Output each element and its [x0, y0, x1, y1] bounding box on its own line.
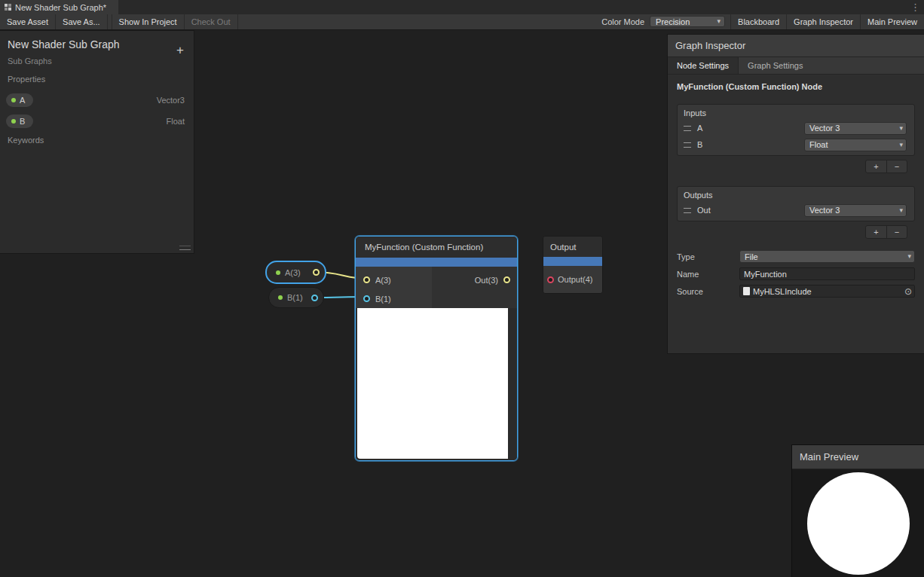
- graph-options-icon[interactable]: ⋮: [910, 1, 920, 14]
- property-color-dot: [278, 295, 283, 300]
- property-node-label: A(3): [285, 268, 301, 277]
- toolbar-spacer: [238, 14, 597, 29]
- graph-inspector-toggle-button[interactable]: Graph Inspector: [786, 14, 860, 29]
- property-node-a[interactable]: A(3): [265, 261, 326, 284]
- output-type-value: Vector 3: [809, 206, 840, 215]
- shader-graph-window: A(3) B(1) MyFunction (Custom Function) A…: [0, 0, 924, 577]
- property-color-dot: [11, 98, 16, 102]
- input-row-a[interactable]: A Vector 3 ▾: [678, 120, 914, 136]
- shader-graph-asset-icon: [5, 4, 11, 11]
- chevron-down-icon: ▾: [907, 253, 911, 260]
- property-node-label: B(1): [287, 293, 303, 302]
- name-field-row: Name MyFunction: [677, 267, 915, 280]
- output-port-icon[interactable]: [313, 269, 320, 276]
- output-node[interactable]: Output Output(4): [543, 236, 603, 294]
- outputs-list-controls: + −: [677, 225, 907, 239]
- main-preview-toggle-button[interactable]: Main Preview: [860, 14, 924, 29]
- toolbar: Save Asset Save As... Show In Project Ch…: [0, 14, 924, 30]
- object-picker-icon[interactable]: ⊙: [904, 287, 912, 296]
- check-out-button: Check Out: [185, 14, 238, 29]
- source-field-row: Source MyHLSLInclude ⊙: [677, 285, 915, 298]
- node-title[interactable]: Output: [543, 237, 602, 257]
- property-pill[interactable]: B: [6, 114, 33, 128]
- remove-output-button[interactable]: −: [886, 226, 907, 238]
- source-value: MyHLSLInclude: [753, 287, 812, 296]
- tab-graph-settings[interactable]: Graph Settings: [739, 57, 812, 74]
- source-object-field[interactable]: MyHLSLInclude ⊙: [739, 285, 915, 298]
- property-color-dot: [11, 119, 16, 124]
- blackboard-toggle-button[interactable]: Blackboard: [730, 14, 786, 29]
- blackboard-resize-handle[interactable]: [179, 246, 191, 250]
- node-accent-strip: [356, 258, 517, 267]
- source-label: Source: [677, 287, 739, 296]
- input-port-icon[interactable]: [547, 276, 554, 283]
- input-name: A: [697, 124, 804, 133]
- blackboard-title: New Shader Sub Graph: [8, 38, 120, 50]
- property-row-b[interactable]: B Float: [6, 111, 189, 131]
- chevron-down-icon: ▾: [717, 18, 721, 25]
- property-pill[interactable]: A: [6, 93, 33, 107]
- output-port-icon[interactable]: [503, 276, 510, 283]
- output-port-icon[interactable]: [311, 295, 318, 301]
- main-preview-panel[interactable]: Main Preview: [791, 444, 924, 577]
- input-name: B: [697, 140, 804, 149]
- hlsl-file-icon: [743, 287, 750, 295]
- inputs-box-title: Inputs: [678, 105, 914, 120]
- property-name: B: [20, 117, 25, 126]
- color-mode-label: Color Mode: [596, 14, 650, 29]
- node-output-ports: Out(3): [432, 267, 517, 308]
- input-type-value: Float: [809, 140, 828, 149]
- add-input-button[interactable]: +: [866, 160, 886, 172]
- input-port-icon[interactable]: [363, 276, 370, 283]
- property-row-a[interactable]: A Vector3: [6, 90, 189, 110]
- add-property-button[interactable]: +: [176, 44, 184, 56]
- properties-section-label: Properties: [8, 75, 45, 84]
- inputs-list-controls: + −: [677, 160, 907, 173]
- add-output-button[interactable]: +: [866, 226, 886, 238]
- tab-strip: New Shader Sub Graph* ⋮: [0, 0, 924, 14]
- node-input-ports: A(3) B(1): [356, 267, 432, 308]
- input-port-row: A(3): [356, 270, 432, 289]
- node-preview-image: [357, 308, 508, 459]
- node-preview-area: [356, 308, 517, 460]
- save-asset-button[interactable]: Save Asset: [0, 14, 56, 29]
- graph-inspector-panel[interactable]: Graph Inspector Node Settings Graph Sett…: [667, 34, 924, 354]
- selected-node-header: MyFunction (Custom Function) Node: [677, 82, 915, 91]
- color-mode-dropdown[interactable]: Precision ▾: [650, 16, 725, 27]
- type-dropdown[interactable]: File ▾: [739, 250, 915, 263]
- main-preview-title: Main Preview: [792, 445, 924, 469]
- save-as-button[interactable]: Save As...: [56, 14, 108, 29]
- chevron-down-icon: ▾: [899, 207, 903, 214]
- input-type-dropdown[interactable]: Float ▾: [804, 139, 907, 151]
- input-port-icon[interactable]: [363, 295, 370, 302]
- port-label: A(3): [375, 276, 391, 285]
- main-preview-viewport[interactable]: [792, 469, 924, 577]
- chevron-down-icon: ▾: [899, 125, 903, 132]
- property-color-dot: [276, 270, 280, 275]
- node-title[interactable]: MyFunction (Custom Function): [356, 237, 517, 258]
- input-port-row: B(1): [356, 289, 432, 308]
- blackboard-subtitle: Sub Graphs: [8, 56, 52, 66]
- output-row-out[interactable]: Out Vector 3 ▾: [678, 202, 914, 218]
- blackboard-panel[interactable]: New Shader Sub Graph + Sub Graphs Proper…: [0, 30, 194, 254]
- property-type: Vector3: [157, 96, 189, 105]
- show-in-project-button[interactable]: Show In Project: [112, 14, 185, 29]
- type-value: File: [745, 252, 758, 261]
- type-field-row: Type File ▾: [677, 250, 915, 263]
- drag-handle-icon[interactable]: [684, 208, 691, 213]
- output-type-dropdown[interactable]: Vector 3 ▾: [804, 204, 907, 217]
- port-label: Out(3): [475, 276, 498, 285]
- input-row-b[interactable]: B Float ▾: [678, 136, 914, 153]
- tab-node-settings[interactable]: Node Settings: [668, 57, 739, 74]
- port-label: B(1): [375, 295, 391, 304]
- custom-function-node[interactable]: MyFunction (Custom Function) A(3) B(1) O…: [355, 236, 518, 461]
- property-node-b[interactable]: B(1): [268, 287, 324, 308]
- tab-new-shader-sub-graph[interactable]: New Shader Sub Graph*: [0, 0, 118, 14]
- function-name-input[interactable]: MyFunction: [739, 267, 915, 280]
- drag-handle-icon[interactable]: [684, 142, 691, 148]
- input-type-dropdown[interactable]: Vector 3 ▾: [804, 122, 907, 135]
- remove-input-button[interactable]: −: [886, 160, 907, 172]
- tab-title: New Shader Sub Graph*: [15, 3, 106, 12]
- drag-handle-icon[interactable]: [684, 126, 691, 131]
- outputs-box-title: Outputs: [678, 187, 914, 202]
